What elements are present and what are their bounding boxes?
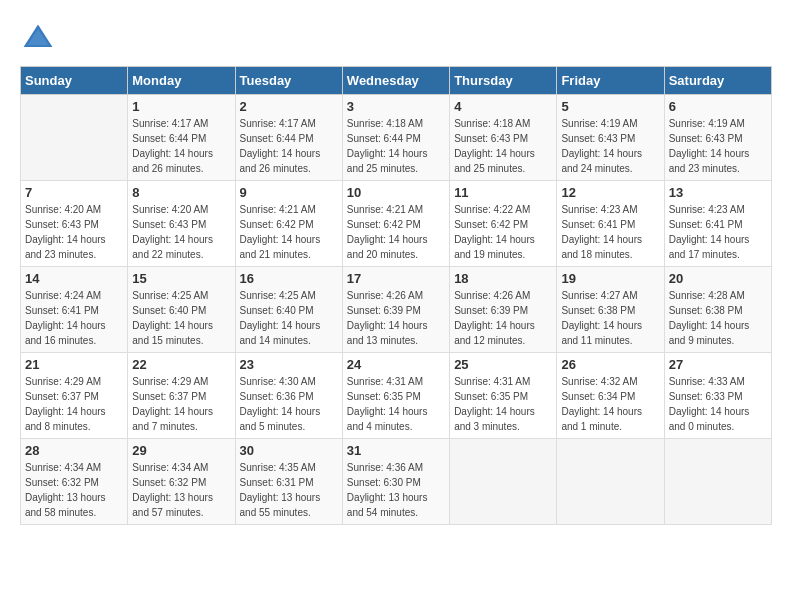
day-cell: 30Sunrise: 4:35 AM Sunset: 6:31 PM Dayli… <box>235 439 342 525</box>
day-cell: 14Sunrise: 4:24 AM Sunset: 6:41 PM Dayli… <box>21 267 128 353</box>
day-cell: 20Sunrise: 4:28 AM Sunset: 6:38 PM Dayli… <box>664 267 771 353</box>
header-cell-monday: Monday <box>128 67 235 95</box>
week-row-1: 1Sunrise: 4:17 AM Sunset: 6:44 PM Daylig… <box>21 95 772 181</box>
day-number: 1 <box>132 99 230 114</box>
week-row-3: 14Sunrise: 4:24 AM Sunset: 6:41 PM Dayli… <box>21 267 772 353</box>
day-cell: 18Sunrise: 4:26 AM Sunset: 6:39 PM Dayli… <box>450 267 557 353</box>
day-number: 22 <box>132 357 230 372</box>
day-info: Sunrise: 4:32 AM Sunset: 6:34 PM Dayligh… <box>561 374 659 434</box>
day-cell: 31Sunrise: 4:36 AM Sunset: 6:30 PM Dayli… <box>342 439 449 525</box>
day-cell: 1Sunrise: 4:17 AM Sunset: 6:44 PM Daylig… <box>128 95 235 181</box>
header-cell-wednesday: Wednesday <box>342 67 449 95</box>
day-cell: 6Sunrise: 4:19 AM Sunset: 6:43 PM Daylig… <box>664 95 771 181</box>
day-number: 3 <box>347 99 445 114</box>
day-info: Sunrise: 4:33 AM Sunset: 6:33 PM Dayligh… <box>669 374 767 434</box>
day-info: Sunrise: 4:23 AM Sunset: 6:41 PM Dayligh… <box>669 202 767 262</box>
day-cell: 28Sunrise: 4:34 AM Sunset: 6:32 PM Dayli… <box>21 439 128 525</box>
day-cell: 17Sunrise: 4:26 AM Sunset: 6:39 PM Dayli… <box>342 267 449 353</box>
calendar-body: 1Sunrise: 4:17 AM Sunset: 6:44 PM Daylig… <box>21 95 772 525</box>
header-cell-friday: Friday <box>557 67 664 95</box>
day-cell: 7Sunrise: 4:20 AM Sunset: 6:43 PM Daylig… <box>21 181 128 267</box>
day-cell: 11Sunrise: 4:22 AM Sunset: 6:42 PM Dayli… <box>450 181 557 267</box>
day-info: Sunrise: 4:18 AM Sunset: 6:43 PM Dayligh… <box>454 116 552 176</box>
day-info: Sunrise: 4:29 AM Sunset: 6:37 PM Dayligh… <box>25 374 123 434</box>
day-info: Sunrise: 4:28 AM Sunset: 6:38 PM Dayligh… <box>669 288 767 348</box>
day-number: 12 <box>561 185 659 200</box>
day-info: Sunrise: 4:31 AM Sunset: 6:35 PM Dayligh… <box>454 374 552 434</box>
day-cell: 19Sunrise: 4:27 AM Sunset: 6:38 PM Dayli… <box>557 267 664 353</box>
day-number: 30 <box>240 443 338 458</box>
day-number: 18 <box>454 271 552 286</box>
day-number: 5 <box>561 99 659 114</box>
header-cell-saturday: Saturday <box>664 67 771 95</box>
week-row-4: 21Sunrise: 4:29 AM Sunset: 6:37 PM Dayli… <box>21 353 772 439</box>
day-number: 10 <box>347 185 445 200</box>
day-info: Sunrise: 4:26 AM Sunset: 6:39 PM Dayligh… <box>454 288 552 348</box>
day-cell: 24Sunrise: 4:31 AM Sunset: 6:35 PM Dayli… <box>342 353 449 439</box>
day-number: 14 <box>25 271 123 286</box>
day-cell: 2Sunrise: 4:17 AM Sunset: 6:44 PM Daylig… <box>235 95 342 181</box>
day-number: 29 <box>132 443 230 458</box>
day-info: Sunrise: 4:19 AM Sunset: 6:43 PM Dayligh… <box>561 116 659 176</box>
day-cell: 27Sunrise: 4:33 AM Sunset: 6:33 PM Dayli… <box>664 353 771 439</box>
header-cell-sunday: Sunday <box>21 67 128 95</box>
day-info: Sunrise: 4:35 AM Sunset: 6:31 PM Dayligh… <box>240 460 338 520</box>
logo <box>20 20 60 56</box>
day-number: 2 <box>240 99 338 114</box>
day-cell: 5Sunrise: 4:19 AM Sunset: 6:43 PM Daylig… <box>557 95 664 181</box>
day-info: Sunrise: 4:31 AM Sunset: 6:35 PM Dayligh… <box>347 374 445 434</box>
day-info: Sunrise: 4:24 AM Sunset: 6:41 PM Dayligh… <box>25 288 123 348</box>
day-info: Sunrise: 4:34 AM Sunset: 6:32 PM Dayligh… <box>25 460 123 520</box>
day-number: 17 <box>347 271 445 286</box>
day-info: Sunrise: 4:21 AM Sunset: 6:42 PM Dayligh… <box>347 202 445 262</box>
header-cell-tuesday: Tuesday <box>235 67 342 95</box>
day-cell: 10Sunrise: 4:21 AM Sunset: 6:42 PM Dayli… <box>342 181 449 267</box>
day-number: 27 <box>669 357 767 372</box>
day-number: 9 <box>240 185 338 200</box>
day-number: 6 <box>669 99 767 114</box>
day-number: 20 <box>669 271 767 286</box>
day-cell: 12Sunrise: 4:23 AM Sunset: 6:41 PM Dayli… <box>557 181 664 267</box>
day-cell <box>664 439 771 525</box>
day-info: Sunrise: 4:22 AM Sunset: 6:42 PM Dayligh… <box>454 202 552 262</box>
day-cell: 8Sunrise: 4:20 AM Sunset: 6:43 PM Daylig… <box>128 181 235 267</box>
week-row-5: 28Sunrise: 4:34 AM Sunset: 6:32 PM Dayli… <box>21 439 772 525</box>
day-info: Sunrise: 4:20 AM Sunset: 6:43 PM Dayligh… <box>132 202 230 262</box>
day-number: 25 <box>454 357 552 372</box>
week-row-2: 7Sunrise: 4:20 AM Sunset: 6:43 PM Daylig… <box>21 181 772 267</box>
header-row: SundayMondayTuesdayWednesdayThursdayFrid… <box>21 67 772 95</box>
day-info: Sunrise: 4:26 AM Sunset: 6:39 PM Dayligh… <box>347 288 445 348</box>
day-cell <box>450 439 557 525</box>
day-info: Sunrise: 4:19 AM Sunset: 6:43 PM Dayligh… <box>669 116 767 176</box>
day-cell: 25Sunrise: 4:31 AM Sunset: 6:35 PM Dayli… <box>450 353 557 439</box>
day-cell: 15Sunrise: 4:25 AM Sunset: 6:40 PM Dayli… <box>128 267 235 353</box>
day-info: Sunrise: 4:20 AM Sunset: 6:43 PM Dayligh… <box>25 202 123 262</box>
day-number: 13 <box>669 185 767 200</box>
day-info: Sunrise: 4:36 AM Sunset: 6:30 PM Dayligh… <box>347 460 445 520</box>
day-info: Sunrise: 4:17 AM Sunset: 6:44 PM Dayligh… <box>132 116 230 176</box>
day-number: 21 <box>25 357 123 372</box>
day-number: 19 <box>561 271 659 286</box>
day-info: Sunrise: 4:17 AM Sunset: 6:44 PM Dayligh… <box>240 116 338 176</box>
day-number: 8 <box>132 185 230 200</box>
calendar-header: SundayMondayTuesdayWednesdayThursdayFrid… <box>21 67 772 95</box>
day-cell: 13Sunrise: 4:23 AM Sunset: 6:41 PM Dayli… <box>664 181 771 267</box>
header-cell-thursday: Thursday <box>450 67 557 95</box>
day-info: Sunrise: 4:25 AM Sunset: 6:40 PM Dayligh… <box>240 288 338 348</box>
day-info: Sunrise: 4:30 AM Sunset: 6:36 PM Dayligh… <box>240 374 338 434</box>
day-info: Sunrise: 4:27 AM Sunset: 6:38 PM Dayligh… <box>561 288 659 348</box>
day-cell: 3Sunrise: 4:18 AM Sunset: 6:44 PM Daylig… <box>342 95 449 181</box>
day-number: 28 <box>25 443 123 458</box>
page-header <box>20 20 772 56</box>
day-number: 26 <box>561 357 659 372</box>
day-number: 16 <box>240 271 338 286</box>
day-cell: 21Sunrise: 4:29 AM Sunset: 6:37 PM Dayli… <box>21 353 128 439</box>
day-number: 7 <box>25 185 123 200</box>
day-cell: 26Sunrise: 4:32 AM Sunset: 6:34 PM Dayli… <box>557 353 664 439</box>
day-info: Sunrise: 4:21 AM Sunset: 6:42 PM Dayligh… <box>240 202 338 262</box>
day-cell: 22Sunrise: 4:29 AM Sunset: 6:37 PM Dayli… <box>128 353 235 439</box>
day-cell: 16Sunrise: 4:25 AM Sunset: 6:40 PM Dayli… <box>235 267 342 353</box>
day-info: Sunrise: 4:34 AM Sunset: 6:32 PM Dayligh… <box>132 460 230 520</box>
day-cell: 4Sunrise: 4:18 AM Sunset: 6:43 PM Daylig… <box>450 95 557 181</box>
day-cell <box>21 95 128 181</box>
